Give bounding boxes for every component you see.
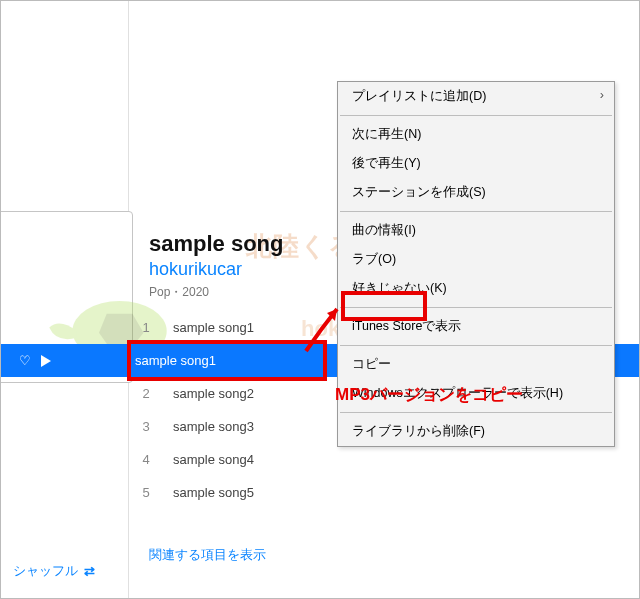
menu-play-next[interactable]: 次に再生(N) (338, 120, 614, 149)
menu-song-info[interactable]: 曲の情報(I) (338, 216, 614, 245)
chevron-right-icon: › (600, 88, 604, 102)
track-name: sample song2 (161, 386, 254, 401)
track-number: 2 (131, 386, 161, 401)
screenshot-root: 北陸くるま情報サイト hokurikucar.com sample song h… (0, 0, 640, 599)
menu-add-to-playlist[interactable]: プレイリストに追加(D) › (338, 82, 614, 111)
track-name: sample song3 (161, 419, 254, 434)
heart-outline-icon[interactable]: ♡ (19, 353, 31, 368)
left-panel (1, 1, 129, 598)
track-number: 4 (131, 452, 161, 467)
menu-delete-from-library[interactable]: ライブラリから削除(F) (338, 417, 614, 446)
track-name: sample song5 (161, 485, 254, 500)
related-items-link[interactable]: 関連する項目を表示 (149, 546, 266, 564)
menu-separator (340, 307, 612, 308)
track-name: sample song1 (131, 353, 216, 368)
menu-create-station[interactable]: ステーションを作成(S) (338, 178, 614, 207)
menu-separator (340, 211, 612, 212)
play-icon[interactable] (41, 355, 51, 367)
menu-love[interactable]: ラブ(O) (338, 245, 614, 274)
menu-copy[interactable]: コピー (338, 350, 614, 379)
shuffle-label: シャッフル (13, 562, 78, 580)
menu-separator (340, 115, 612, 116)
track-name: sample song1 (161, 320, 254, 335)
track-row[interactable]: 4 sample song4 (131, 443, 639, 476)
shuffle-icon: ⇄ (84, 564, 95, 579)
track-number: 5 (131, 485, 161, 500)
track-number: 3 (131, 419, 161, 434)
track-number: 1 (131, 320, 161, 335)
track-row[interactable]: 5 sample song5 (131, 476, 639, 509)
menu-play-later[interactable]: 後で再生(Y) (338, 149, 614, 178)
menu-show-in-store[interactable]: iTunes Storeで表示 (338, 312, 614, 341)
menu-dislike[interactable]: 好きじゃない(K) (338, 274, 614, 303)
track-name: sample song4 (161, 452, 254, 467)
menu-separator (340, 412, 612, 413)
menu-separator (340, 345, 612, 346)
menu-label: プレイリストに追加(D) (352, 89, 486, 103)
shuffle-button[interactable]: シャッフル ⇄ (13, 562, 95, 580)
annotation-callout-text: MP3バージョンをコピー (335, 383, 523, 406)
